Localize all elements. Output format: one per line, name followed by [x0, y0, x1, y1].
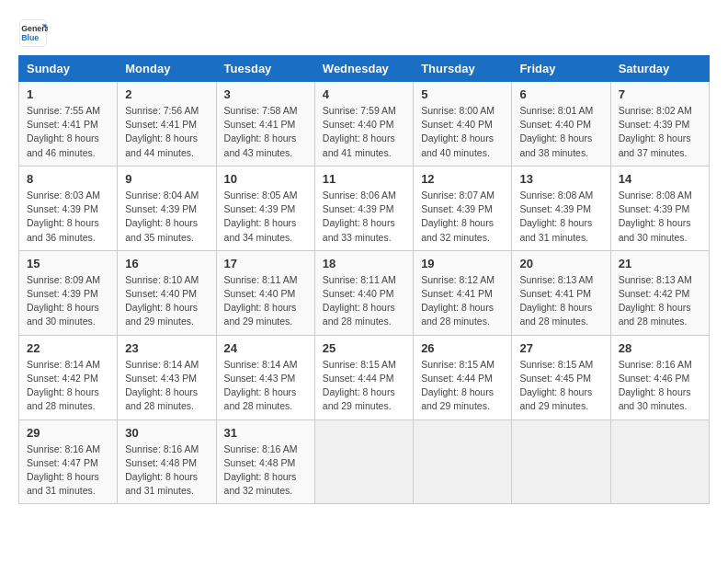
calendar-cell: 22 Sunrise: 8:14 AMSunset: 4:42 PMDaylig… — [19, 335, 118, 419]
calendar-cell: 30 Sunrise: 8:16 AMSunset: 4:48 PMDaylig… — [118, 419, 216, 504]
day-detail: Sunrise: 8:16 AMSunset: 4:47 PMDaylight:… — [27, 443, 100, 497]
weekday-header-thursday: Thursday — [414, 56, 512, 82]
day-number: 4 — [323, 87, 405, 101]
day-number: 10 — [224, 172, 307, 186]
calendar-cell: 3 Sunrise: 7:58 AMSunset: 4:41 PMDayligh… — [216, 82, 314, 167]
calendar-cell: 27 Sunrise: 8:15 AMSunset: 4:45 PMDaylig… — [512, 335, 610, 419]
calendar-cell: 12 Sunrise: 8:07 AMSunset: 4:39 PMDaylig… — [414, 166, 512, 250]
day-number: 20 — [519, 257, 602, 270]
day-number: 27 — [519, 341, 602, 355]
day-detail: Sunrise: 8:06 AMSunset: 4:39 PMDaylight:… — [323, 190, 396, 243]
calendar-cell: 9 Sunrise: 8:04 AMSunset: 4:39 PMDayligh… — [118, 166, 216, 250]
day-number: 25 — [323, 341, 405, 355]
day-detail: Sunrise: 8:10 AMSunset: 4:40 PMDaylight:… — [125, 274, 199, 327]
calendar-cell: 17 Sunrise: 8:11 AMSunset: 4:40 PMDaylig… — [216, 250, 314, 335]
day-number: 30 — [125, 426, 208, 440]
week-row-3: 15 Sunrise: 8:09 AMSunset: 4:39 PMDaylig… — [19, 250, 710, 335]
page-header: General Blue — [18, 18, 710, 48]
week-row-2: 8 Sunrise: 8:03 AMSunset: 4:39 PMDayligh… — [19, 166, 710, 250]
day-number: 18 — [323, 257, 405, 270]
calendar-cell — [314, 419, 413, 504]
calendar-cell: 18 Sunrise: 8:11 AMSunset: 4:40 PMDaylig… — [314, 250, 413, 335]
weekday-header-tuesday: Tuesday — [216, 56, 314, 82]
logo-icon: General Blue — [18, 18, 48, 48]
calendar-cell: 25 Sunrise: 8:15 AMSunset: 4:44 PMDaylig… — [314, 335, 413, 419]
weekday-header-row: SundayMondayTuesdayWednesdayThursdayFrid… — [19, 56, 710, 82]
calendar-cell: 11 Sunrise: 8:06 AMSunset: 4:39 PMDaylig… — [314, 166, 413, 250]
day-detail: Sunrise: 8:16 AMSunset: 4:46 PMDaylight:… — [619, 359, 692, 412]
day-number: 6 — [519, 87, 602, 101]
svg-text:Blue: Blue — [21, 33, 39, 42]
day-number: 16 — [125, 257, 208, 270]
day-detail: Sunrise: 8:16 AMSunset: 4:48 PMDaylight:… — [125, 443, 199, 497]
day-detail: Sunrise: 8:13 AMSunset: 4:41 PMDaylight:… — [519, 274, 593, 327]
day-detail: Sunrise: 8:08 AMSunset: 4:39 PMDaylight:… — [619, 190, 692, 243]
weekday-header-friday: Friday — [512, 56, 610, 82]
day-detail: Sunrise: 8:15 AMSunset: 4:44 PMDaylight:… — [421, 359, 495, 412]
calendar-cell: 24 Sunrise: 8:14 AMSunset: 4:43 PMDaylig… — [216, 335, 314, 419]
weekday-header-monday: Monday — [118, 56, 216, 82]
day-detail: Sunrise: 8:11 AMSunset: 4:40 PMDaylight:… — [323, 274, 396, 327]
day-number: 19 — [421, 257, 504, 270]
day-detail: Sunrise: 8:14 AMSunset: 4:43 PMDaylight:… — [125, 359, 199, 412]
calendar-cell: 10 Sunrise: 8:05 AMSunset: 4:39 PMDaylig… — [216, 166, 314, 250]
day-number: 12 — [421, 172, 504, 186]
day-detail: Sunrise: 8:08 AMSunset: 4:39 PMDaylight:… — [519, 190, 593, 243]
calendar-cell: 1 Sunrise: 7:55 AMSunset: 4:41 PMDayligh… — [19, 82, 118, 167]
day-detail: Sunrise: 8:02 AMSunset: 4:39 PMDaylight:… — [619, 105, 692, 158]
day-number: 22 — [27, 341, 109, 355]
day-number: 23 — [125, 341, 208, 355]
day-detail: Sunrise: 8:01 AMSunset: 4:40 PMDaylight:… — [519, 105, 593, 158]
day-detail: Sunrise: 8:11 AMSunset: 4:40 PMDaylight:… — [224, 274, 298, 327]
calendar-cell: 4 Sunrise: 7:59 AMSunset: 4:40 PMDayligh… — [314, 82, 413, 167]
day-number: 1 — [27, 87, 109, 101]
calendar-cell: 31 Sunrise: 8:16 AMSunset: 4:48 PMDaylig… — [216, 419, 314, 504]
day-number: 24 — [224, 341, 307, 355]
day-number: 7 — [619, 87, 701, 101]
day-detail: Sunrise: 8:13 AMSunset: 4:42 PMDaylight:… — [619, 274, 692, 327]
day-detail: Sunrise: 8:14 AMSunset: 4:43 PMDaylight:… — [224, 359, 298, 412]
calendar-cell — [610, 419, 709, 504]
day-number: 28 — [619, 341, 701, 355]
day-number: 5 — [421, 87, 504, 101]
day-detail: Sunrise: 8:05 AMSunset: 4:39 PMDaylight:… — [224, 190, 298, 243]
calendar-cell: 20 Sunrise: 8:13 AMSunset: 4:41 PMDaylig… — [512, 250, 610, 335]
day-number: 29 — [27, 426, 109, 440]
weekday-header-sunday: Sunday — [19, 56, 118, 82]
day-detail: Sunrise: 7:55 AMSunset: 4:41 PMDaylight:… — [27, 105, 100, 158]
calendar-body: 1 Sunrise: 7:55 AMSunset: 4:41 PMDayligh… — [19, 82, 710, 504]
calendar-cell: 19 Sunrise: 8:12 AMSunset: 4:41 PMDaylig… — [414, 250, 512, 335]
calendar-cell: 7 Sunrise: 8:02 AMSunset: 4:39 PMDayligh… — [610, 82, 709, 167]
day-number: 17 — [224, 257, 307, 270]
day-detail: Sunrise: 8:12 AMSunset: 4:41 PMDaylight:… — [421, 274, 495, 327]
day-number: 15 — [27, 257, 109, 270]
calendar-cell: 6 Sunrise: 8:01 AMSunset: 4:40 PMDayligh… — [512, 82, 610, 167]
day-detail: Sunrise: 8:09 AMSunset: 4:39 PMDaylight:… — [27, 274, 100, 327]
day-number: 8 — [27, 172, 109, 186]
day-detail: Sunrise: 7:58 AMSunset: 4:41 PMDaylight:… — [224, 105, 298, 158]
day-number: 3 — [224, 87, 307, 101]
day-detail: Sunrise: 7:56 AMSunset: 4:41 PMDaylight:… — [125, 105, 199, 158]
calendar-cell: 13 Sunrise: 8:08 AMSunset: 4:39 PMDaylig… — [512, 166, 610, 250]
day-detail: Sunrise: 8:16 AMSunset: 4:48 PMDaylight:… — [224, 443, 298, 497]
calendar-cell: 2 Sunrise: 7:56 AMSunset: 4:41 PMDayligh… — [118, 82, 216, 167]
calendar-cell: 28 Sunrise: 8:16 AMSunset: 4:46 PMDaylig… — [610, 335, 709, 419]
week-row-5: 29 Sunrise: 8:16 AMSunset: 4:47 PMDaylig… — [19, 419, 710, 504]
calendar-cell: 23 Sunrise: 8:14 AMSunset: 4:43 PMDaylig… — [118, 335, 216, 419]
day-detail: Sunrise: 8:14 AMSunset: 4:42 PMDaylight:… — [27, 359, 100, 412]
calendar-cell: 21 Sunrise: 8:13 AMSunset: 4:42 PMDaylig… — [610, 250, 709, 335]
day-detail: Sunrise: 8:03 AMSunset: 4:39 PMDaylight:… — [27, 190, 100, 243]
calendar-cell — [414, 419, 512, 504]
day-detail: Sunrise: 8:15 AMSunset: 4:44 PMDaylight:… — [323, 359, 396, 412]
calendar-cell: 26 Sunrise: 8:15 AMSunset: 4:44 PMDaylig… — [414, 335, 512, 419]
calendar-cell: 5 Sunrise: 8:00 AMSunset: 4:40 PMDayligh… — [414, 82, 512, 167]
day-detail: Sunrise: 7:59 AMSunset: 4:40 PMDaylight:… — [323, 105, 396, 158]
day-number: 26 — [421, 341, 504, 355]
day-detail: Sunrise: 8:07 AMSunset: 4:39 PMDaylight:… — [421, 190, 495, 243]
logo: General Blue — [18, 18, 51, 48]
day-detail: Sunrise: 8:04 AMSunset: 4:39 PMDaylight:… — [125, 190, 199, 243]
calendar-table: SundayMondayTuesdayWednesdayThursdayFrid… — [18, 55, 710, 504]
week-row-4: 22 Sunrise: 8:14 AMSunset: 4:42 PMDaylig… — [19, 335, 710, 419]
calendar-cell: 29 Sunrise: 8:16 AMSunset: 4:47 PMDaylig… — [19, 419, 118, 504]
day-number: 11 — [323, 172, 405, 186]
